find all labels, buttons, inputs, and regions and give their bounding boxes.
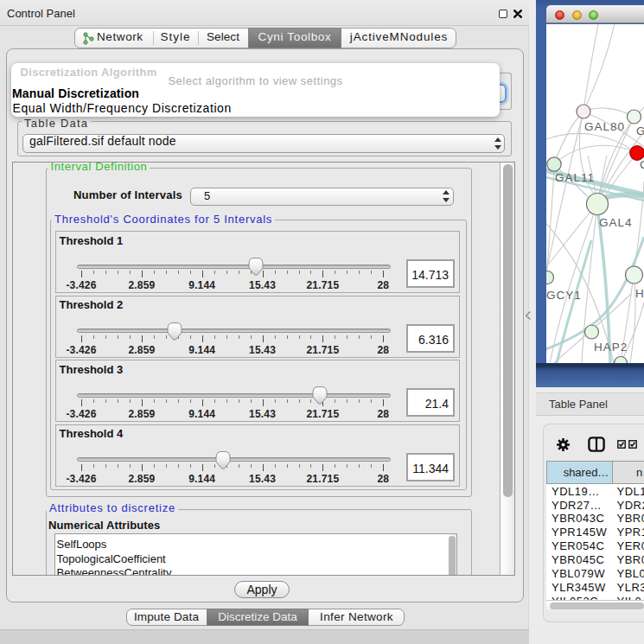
svg-text:H: H xyxy=(635,287,644,300)
svg-text:HAP2: HAP2 xyxy=(594,341,628,354)
svg-text:GAL80: GAL80 xyxy=(584,120,625,133)
svg-text:GAL11: GAL11 xyxy=(555,171,595,184)
svg-text:GCY1: GCY1 xyxy=(546,289,582,302)
svg-text:GA: GA xyxy=(636,124,644,137)
svg-text:GAL4: GAL4 xyxy=(599,216,633,229)
svg-text:C: C xyxy=(640,158,644,171)
